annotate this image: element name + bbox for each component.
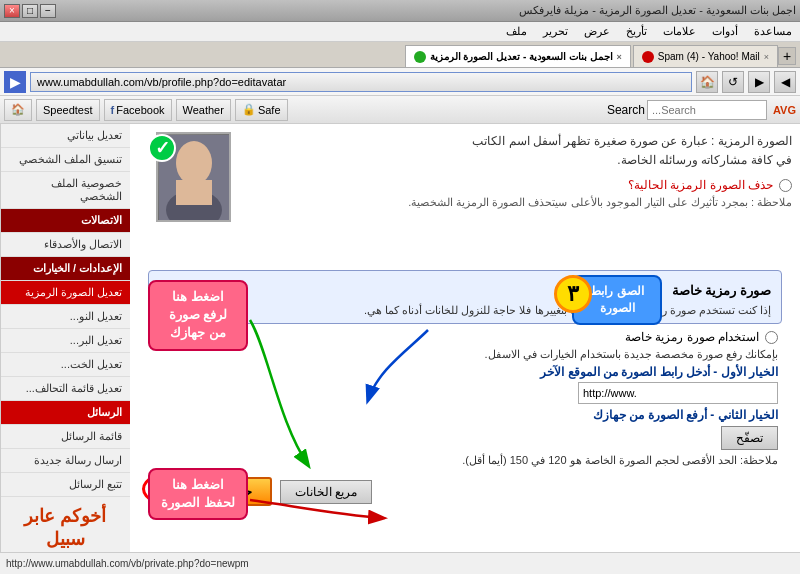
- search-label: Search: [607, 103, 645, 117]
- search-input[interactable]: [647, 100, 767, 120]
- tab-avatar-label: اجمل بنات السعودية - تعديل الصورة الرمزي…: [430, 51, 613, 62]
- sidebar-item-edit-data[interactable]: تعديل بياناتي: [1, 124, 130, 148]
- safe-icon: 🔒: [242, 103, 256, 116]
- forward-button[interactable]: ▶: [748, 71, 770, 93]
- use-private-label: استخدام صورة رمزية خاصة: [625, 330, 759, 344]
- use-private-radio[interactable]: [765, 331, 778, 344]
- step3-badge: ٣: [554, 275, 592, 313]
- main-content: ٣ اضغط هنا لرفع صورة من جهازك الصق رابط …: [138, 270, 792, 550]
- search-bar: Search AVG: [607, 100, 796, 120]
- size-note: ملاحظة: الحد الأقصى لحجم الصورة الخاصة ه…: [152, 454, 778, 467]
- sidebar-item-alliance[interactable]: تعديل قائمة التحالف...: [1, 377, 130, 401]
- menu-tools[interactable]: أدوات: [708, 25, 742, 38]
- tabbar: + × Spam (4) - Yahoo! Mail × اجمل بنات ا…: [0, 42, 800, 68]
- sidebar-item-edit-sig[interactable]: تعديل الخت...: [1, 353, 130, 377]
- description-block: الصورة الرمزية : عبارة عن صورة صغيرة تظه…: [138, 132, 792, 170]
- svg-rect-3: [176, 180, 212, 205]
- menu-bookmarks[interactable]: علامات: [659, 25, 700, 38]
- maximize-button[interactable]: □: [22, 4, 38, 18]
- note-text: ملاحظة : بمجرد تأثيرك على التيار الموجود…: [138, 196, 792, 209]
- home-button[interactable]: 🏠: [696, 71, 718, 93]
- title-text: اجمل بنات السعودية - تعديل الصورة الرمزي…: [519, 4, 796, 17]
- sidebar-item-contacts[interactable]: الاتصال والأصدقاء: [1, 233, 130, 257]
- content-area: ✓ الصورة الرمزية : عبارة عن صورة صغيرة ت…: [130, 124, 800, 552]
- sidebar-item-edit-type[interactable]: تعديل النو...: [1, 305, 130, 329]
- desc-line2: في كافة مشاركاته ورسائله الخاصة.: [617, 153, 792, 167]
- option2-section: الخيار الثاني - أرفع الصورة من جهازك تصف…: [152, 408, 778, 450]
- annotation-save: اضغط هنا لحفظ الصورة: [148, 468, 248, 520]
- sidebar-section-settings: الإعدادات / الخيارات: [1, 257, 130, 281]
- sidebar-section-contacts: الاتصالات: [1, 209, 130, 233]
- avg-logo: AVG: [773, 104, 796, 116]
- facebook-label: Facebook: [116, 104, 164, 116]
- menubar: مساعدة أدوات علامات تأريخ عرض تحرير ملف: [0, 22, 800, 42]
- reload-button[interactable]: ↺: [722, 71, 744, 93]
- sidebar-item-edit-avatar[interactable]: تعديل الصورة الرمزية: [1, 281, 130, 305]
- menu-file[interactable]: ملف: [502, 25, 531, 38]
- checkmark-badge: ✓: [148, 134, 176, 162]
- toolbar-speedtest[interactable]: Speedtest: [36, 99, 100, 121]
- sidebar-item-messages-list[interactable]: قائمة الرسائل: [1, 425, 130, 449]
- main-area: ✓ الصورة الرمزية : عبارة عن صورة صغيرة ت…: [0, 124, 800, 552]
- sidebar-section-messages: الرسائل: [1, 401, 130, 425]
- address-input[interactable]: [30, 72, 692, 92]
- window-controls: − □ ×: [4, 4, 56, 18]
- private-avatar-title: صورة رمزية خاصة: [159, 283, 771, 298]
- toolbar-home[interactable]: 🏠: [4, 99, 32, 121]
- delete-avatar-radio[interactable]: [779, 179, 792, 192]
- safe-label: Safe: [258, 104, 281, 116]
- titlebar: اجمل بنات السعودية - تعديل الصورة الرمزي…: [0, 0, 800, 22]
- avatar-container: ✓: [146, 132, 231, 222]
- sidebar-item-edit-br[interactable]: تعديل البر...: [1, 329, 130, 353]
- facebook-icon: f: [111, 104, 115, 116]
- weather-label: Weather: [183, 104, 224, 116]
- cancel-button[interactable]: مريع الخانات: [280, 480, 372, 504]
- tab-edit-avatar[interactable]: × اجمل بنات السعودية - تعديل الصورة الرم…: [405, 45, 631, 67]
- toolbar-weather[interactable]: Weather: [176, 99, 231, 121]
- sidebar-item-profile-privacy[interactable]: خصوصية الملف الشخصي: [1, 172, 130, 209]
- statusbar: http://www.umabdullah.com/vb/private.php…: [0, 552, 800, 574]
- url-input[interactable]: [578, 382, 778, 404]
- sidebar-item-track-messages[interactable]: تتبع الرسائل: [1, 473, 130, 497]
- new-tab-button[interactable]: +: [778, 47, 796, 65]
- browse-button[interactable]: تصفّح: [721, 426, 778, 450]
- delete-avatar-row: حذف الصورة الرمزية الحالية؟: [231, 178, 792, 192]
- toolbar-facebook[interactable]: f Facebook: [104, 99, 172, 121]
- upload-note: بإمكانك رفع صورة مخصصة جديدة باستخدام ال…: [152, 348, 778, 361]
- annotation-upload: اضغط هنا لرفع صورة من جهازك: [148, 280, 248, 351]
- delete-avatar-label: حذف الصورة الرمزية الحالية؟: [628, 178, 773, 192]
- close-tab-yahoo[interactable]: ×: [764, 52, 769, 62]
- menu-help[interactable]: مساعدة: [750, 25, 796, 38]
- minimize-button[interactable]: −: [40, 4, 56, 18]
- go-button[interactable]: ▶: [4, 71, 26, 93]
- toolbar: 🏠 Speedtest f Facebook Weather 🔒 Safe Se…: [0, 96, 800, 124]
- speedtest-label: Speedtest: [43, 104, 93, 116]
- private-avatar-desc: إذا كنت تستخدم صورة رمزية خاصة ولا ترغب …: [159, 304, 771, 317]
- desc-line1: الصورة الرمزية : عبارة عن صورة صغيرة تظه…: [472, 134, 792, 148]
- sidebar-item-send-message[interactable]: ارسال رسالة جديدة: [1, 449, 130, 473]
- close-tab-avatar[interactable]: ×: [617, 52, 622, 62]
- addressbar: ◀ ▶ ↺ 🏠 ▶: [0, 68, 800, 96]
- tab-yahoo-mail[interactable]: × Spam (4) - Yahoo! Mail: [633, 45, 778, 67]
- menu-view[interactable]: عرض: [580, 25, 614, 38]
- option2-label: الخيار الثاني - أرفع الصورة من جهازك: [152, 408, 778, 422]
- sidebar: تعديل بياناتي تنسيق الملف الشخصي خصوصية …: [0, 124, 130, 552]
- sidebar-item-profile-format[interactable]: تنسيق الملف الشخصي: [1, 148, 130, 172]
- back-button[interactable]: ◀: [774, 71, 796, 93]
- menu-history[interactable]: تأريخ: [622, 25, 651, 38]
- sidebar-user-name: أخوكم عابر سبيل: [1, 497, 130, 552]
- option1-label: الخيار الأول - أدخل رابط الصورة من الموق…: [152, 365, 778, 379]
- close-button[interactable]: ×: [4, 4, 20, 18]
- tab-yahoo-label: Spam (4) - Yahoo! Mail: [658, 51, 760, 62]
- svg-point-1: [176, 141, 212, 185]
- option1-section: الخيار الأول - أدخل رابط الصورة من الموق…: [152, 365, 778, 404]
- menu-edit[interactable]: تحرير: [539, 25, 572, 38]
- toolbar-safe[interactable]: 🔒 Safe: [235, 99, 288, 121]
- status-url: http://www.umabdullah.com/vb/private.php…: [6, 558, 249, 569]
